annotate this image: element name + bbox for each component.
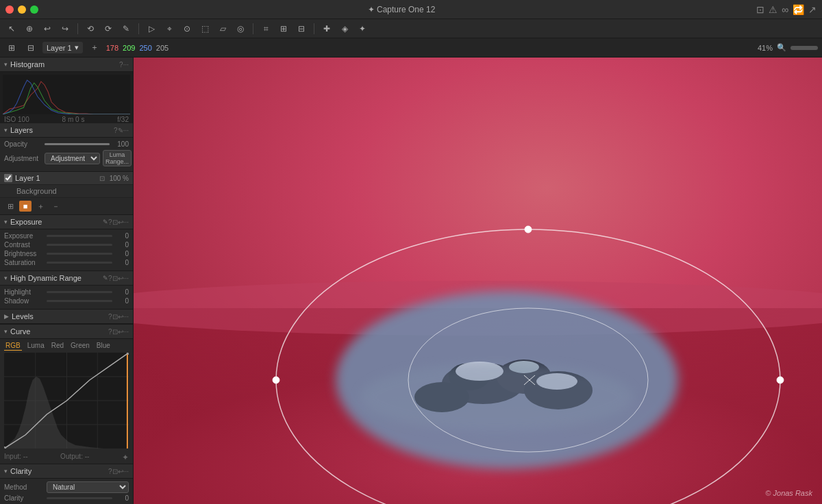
exposure-more-icon[interactable]: ··· bbox=[123, 218, 129, 226]
curve-eyedropper-icon[interactable]: ✦ bbox=[122, 453, 129, 462]
layer-tools: ⊞ ■ ＋ － bbox=[0, 198, 133, 215]
clarity-header[interactable]: ▾ Clarity ? ⊡ ↩ ··· bbox=[0, 464, 133, 479]
tool-clone[interactable]: ◈ bbox=[337, 22, 352, 36]
layer-tool-remove[interactable]: － bbox=[49, 201, 62, 212]
fullscreen-button[interactable] bbox=[30, 5, 38, 14]
clarity-more-icon[interactable]: ··· bbox=[123, 468, 129, 475]
color-value-a: 205 bbox=[156, 44, 169, 52]
brightness-slider[interactable] bbox=[47, 253, 112, 255]
tool-cursor[interactable]: ↖ bbox=[4, 22, 19, 36]
tool-zoom[interactable]: ⊕ bbox=[22, 22, 37, 36]
layer-tool-2[interactable]: ■ bbox=[19, 201, 32, 212]
titlebar-icon-1: ⊡ bbox=[756, 4, 764, 15]
brightness-value: 0 bbox=[115, 250, 129, 257]
tool-select[interactable]: ▷ bbox=[144, 22, 159, 36]
layer-dropdown-icon: ▾ bbox=[75, 43, 79, 52]
saturation-slider[interactable] bbox=[47, 262, 112, 264]
curve-tab-red[interactable]: Red bbox=[50, 341, 65, 351]
curve-header[interactable]: ▾ Curve ? ⊡ ↩ ··· bbox=[0, 325, 133, 339]
levels-icon-1[interactable]: ⊡ bbox=[112, 313, 118, 320]
curve-tab-green[interactable]: Green bbox=[69, 341, 91, 351]
curve-area[interactable] bbox=[4, 353, 129, 449]
minimize-button[interactable] bbox=[18, 5, 26, 14]
luma-range-btn[interactable]: Luma Range... bbox=[103, 150, 132, 166]
photo-container bbox=[134, 58, 822, 504]
contrast-row: Contrast 0 bbox=[4, 241, 129, 249]
tool-straighten[interactable]: ⊞ bbox=[276, 22, 291, 36]
levels-section: ▶ Levels ? ⊡ ↩ ··· bbox=[0, 310, 133, 325]
tool-shape[interactable]: ◎ bbox=[233, 22, 248, 36]
tool-brush[interactable]: ⊙ bbox=[179, 22, 195, 36]
hdr-icon-1[interactable]: ⊡ bbox=[112, 275, 118, 282]
histogram-aperture: f/32 bbox=[117, 116, 129, 123]
svg-point-27 bbox=[273, 377, 279, 383]
opacity-slider[interactable] bbox=[45, 143, 110, 145]
highlight-slider[interactable] bbox=[47, 291, 112, 293]
tool-lasso[interactable]: ⌖ bbox=[162, 22, 177, 36]
tool-erase[interactable]: ⬚ bbox=[197, 22, 212, 36]
levels-more-icon[interactable]: ··· bbox=[123, 313, 129, 320]
add-layer-btn[interactable]: ＋ bbox=[87, 41, 102, 55]
hdr-adjustments: Highlight 0 Shadow 0 bbox=[0, 286, 133, 309]
saturation-value: 0 bbox=[115, 259, 129, 266]
toolbar-separator-1 bbox=[77, 23, 78, 34]
tool-gradient[interactable]: ▱ bbox=[215, 22, 230, 36]
layers-more-icon[interactable]: ··· bbox=[123, 127, 129, 134]
tool-redo[interactable]: ⟳ bbox=[101, 22, 116, 36]
opacity-label: Opacity bbox=[4, 140, 42, 148]
hdr-header[interactable]: ▾ High Dynamic Range ✎ ? ⊡ ↩ ··· bbox=[0, 271, 133, 286]
layer-1-checkbox[interactable] bbox=[4, 174, 12, 182]
adjustment-select[interactable]: Adjustment bbox=[45, 153, 100, 164]
histogram-more-icon[interactable]: ··· bbox=[123, 61, 129, 68]
hdr-icon-2[interactable]: ↩ bbox=[118, 275, 123, 282]
clarity-icon-2[interactable]: ↩ bbox=[118, 468, 123, 475]
exposure-icon-1[interactable]: ⊡ bbox=[112, 218, 118, 226]
tool-crop[interactable]: ⌗ bbox=[258, 22, 273, 36]
curve-more-icon[interactable]: ··· bbox=[123, 328, 129, 336]
clarity-row: Clarity 0 bbox=[4, 494, 129, 502]
tool-rotate-right[interactable]: ↪ bbox=[58, 22, 73, 36]
tool-annotate[interactable]: ✎ bbox=[119, 22, 134, 36]
single-view-btn[interactable]: ⊟ bbox=[23, 41, 38, 55]
tool-undo[interactable]: ⟲ bbox=[83, 22, 98, 36]
traffic-lights bbox=[5, 5, 38, 14]
curve-tab-luma[interactable]: Luma bbox=[26, 341, 46, 351]
hdr-more-icon[interactable]: ··· bbox=[123, 275, 129, 282]
curve-tab-rgb[interactable]: RGB bbox=[4, 341, 22, 351]
layers-collapse-icon: ▾ bbox=[4, 127, 8, 134]
exposure-icon-2[interactable]: ↩ bbox=[118, 218, 123, 226]
curve-icon-2[interactable]: ↩ bbox=[118, 328, 123, 336]
curve-icon-1[interactable]: ⊡ bbox=[112, 328, 118, 336]
layer-tool-1[interactable]: ⊞ bbox=[4, 201, 16, 212]
contrast-slider[interactable] bbox=[47, 244, 112, 246]
shadow-slider[interactable] bbox=[47, 300, 112, 302]
grid-view-btn[interactable]: ⊞ bbox=[4, 41, 19, 55]
exposure-header[interactable]: ▾ Exposure ✎ ? ⊡ ↩ ··· bbox=[0, 215, 133, 229]
levels-title: Levels bbox=[12, 312, 108, 320]
hdr-title: High Dynamic Range bbox=[10, 274, 103, 282]
clarity-method-select[interactable]: Natural Punch Neutral Soft bbox=[47, 481, 129, 493]
clarity-section: ▾ Clarity ? ⊡ ↩ ··· Method Natural Punch… bbox=[0, 464, 133, 504]
curve-tab-blue[interactable]: Blue bbox=[95, 341, 112, 351]
shadow-value: 0 bbox=[115, 297, 129, 305]
histogram-header[interactable]: ▾ Histogram ? ··· bbox=[0, 58, 133, 72]
layer-tool-add[interactable]: ＋ bbox=[34, 201, 47, 212]
tool-healing[interactable]: ✚ bbox=[319, 22, 334, 36]
main-content: ▾ Histogram ? ··· ISO 100 8 m 0 s f/32 bbox=[0, 58, 822, 504]
layers-header[interactable]: ▾ Layers ? ✎ ··· bbox=[0, 123, 133, 138]
levels-header[interactable]: ▶ Levels ? ⊡ ↩ ··· bbox=[0, 310, 133, 324]
exposure-section: ▾ Exposure ✎ ? ⊡ ↩ ··· Exposure 0 Contra… bbox=[0, 215, 133, 271]
tool-rotate-left[interactable]: ↩ bbox=[40, 22, 55, 36]
close-button[interactable] bbox=[5, 5, 14, 14]
histogram-time: 8 m 0 s bbox=[62, 116, 85, 123]
tool-color-picker[interactable]: ✦ bbox=[355, 22, 370, 36]
levels-icon-2[interactable]: ↩ bbox=[118, 313, 123, 320]
exposure-slider[interactable] bbox=[47, 235, 112, 237]
clarity-slider[interactable] bbox=[47, 497, 112, 499]
histogram-area: ISO 100 8 m 0 s f/32 bbox=[0, 72, 133, 123]
canvas-area[interactable]: © Jonas Rask bbox=[134, 58, 822, 504]
clarity-icon-1[interactable]: ⊡ bbox=[112, 468, 118, 475]
layer-selector[interactable]: Layer 1 ▾ bbox=[42, 42, 83, 53]
tool-keystone[interactable]: ⊟ bbox=[294, 22, 309, 36]
layers-edit-icon[interactable]: ✎ bbox=[118, 127, 123, 134]
